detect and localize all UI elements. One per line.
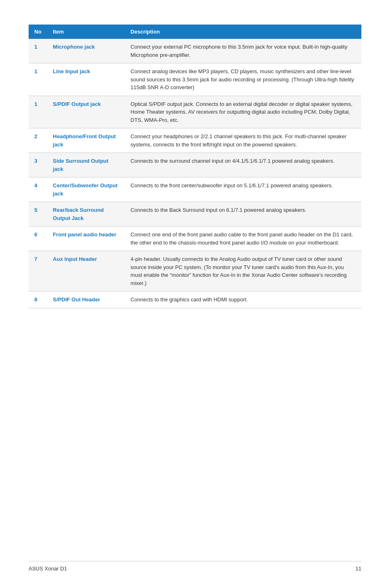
cell-no: 2 bbox=[29, 128, 47, 153]
cell-item: Line Input jack bbox=[47, 63, 125, 96]
cell-item: S/PDIF Out Header bbox=[47, 292, 125, 308]
cell-description: Connects to the Back Surround input on 6… bbox=[125, 202, 361, 227]
table-row: 1Line Input jackConnect analog devices l… bbox=[29, 63, 361, 96]
cell-item: Side Surround Output jack bbox=[47, 153, 125, 177]
cell-description: Connects to the front center/subwoofer i… bbox=[125, 177, 361, 202]
footer-title: ASUS Xonar D1 bbox=[29, 566, 67, 572]
cell-no: 7 bbox=[29, 251, 47, 292]
footer-page: 11 bbox=[356, 566, 361, 572]
cell-item: Microphone jack bbox=[47, 39, 125, 63]
cell-no: 6 bbox=[29, 227, 47, 251]
cell-no: 1 bbox=[29, 96, 47, 128]
cell-description: Connect analog devices like MP3 players,… bbox=[125, 63, 361, 96]
cell-item: S/PDIF Output jack bbox=[47, 96, 125, 128]
col-header-item: Item bbox=[47, 25, 125, 39]
cell-item: Center/Subwoofer Output jack bbox=[47, 177, 125, 202]
cell-description: Connects to the surround channel input o… bbox=[125, 153, 361, 177]
cell-item: Rear/back Surround Output Jack bbox=[47, 202, 125, 227]
table-row: 7Aux Input Header4-pin header. Usually c… bbox=[29, 251, 361, 292]
page-footer: ASUS Xonar D1 11 bbox=[29, 561, 361, 572]
cell-no: 4 bbox=[29, 177, 47, 202]
specs-table: No Item Description 1Microphone jackConn… bbox=[29, 25, 361, 308]
table-row: 6Front panel audio headerConnect one end… bbox=[29, 227, 361, 251]
cell-no: 3 bbox=[29, 153, 47, 177]
table-row: 1Microphone jackConnect your external PC… bbox=[29, 39, 361, 63]
cell-description: Connect your external PC microphone to t… bbox=[125, 39, 361, 63]
table-row: 4Center/Subwoofer Output jackConnects to… bbox=[29, 177, 361, 202]
table-row: 1S/PDIF Output jackOptical S/PDIF output… bbox=[29, 96, 361, 128]
cell-description: Connect one end of the front panel audio… bbox=[125, 227, 361, 251]
col-header-description: Description bbox=[125, 25, 361, 39]
table-row: 2Headphone/Front Output jackConnect your… bbox=[29, 128, 361, 153]
table-row: 8S/PDIF Out HeaderConnects to the graphi… bbox=[29, 292, 361, 308]
page-container: No Item Description 1Microphone jackConn… bbox=[0, 0, 390, 357]
cell-no: 1 bbox=[29, 39, 47, 63]
cell-no: 1 bbox=[29, 63, 47, 96]
table-row: 3Side Surround Output jackConnects to th… bbox=[29, 153, 361, 177]
cell-description: 4-pin header. Usually connects to the An… bbox=[125, 251, 361, 292]
cell-no: 5 bbox=[29, 202, 47, 227]
table-header-row: No Item Description bbox=[29, 25, 361, 39]
col-header-no: No bbox=[29, 25, 47, 39]
cell-description: Connect your headphones or 2/2.1 channel… bbox=[125, 128, 361, 153]
cell-description: Optical S/PDIF output jack. Connects to … bbox=[125, 96, 361, 128]
cell-item: Front panel audio header bbox=[47, 227, 125, 251]
cell-item: Headphone/Front Output jack bbox=[47, 128, 125, 153]
cell-no: 8 bbox=[29, 292, 47, 308]
cell-item: Aux Input Header bbox=[47, 251, 125, 292]
cell-description: Connects to the graphics card with HDMI … bbox=[125, 292, 361, 308]
table-row: 5Rear/back Surround Output JackConnects … bbox=[29, 202, 361, 227]
